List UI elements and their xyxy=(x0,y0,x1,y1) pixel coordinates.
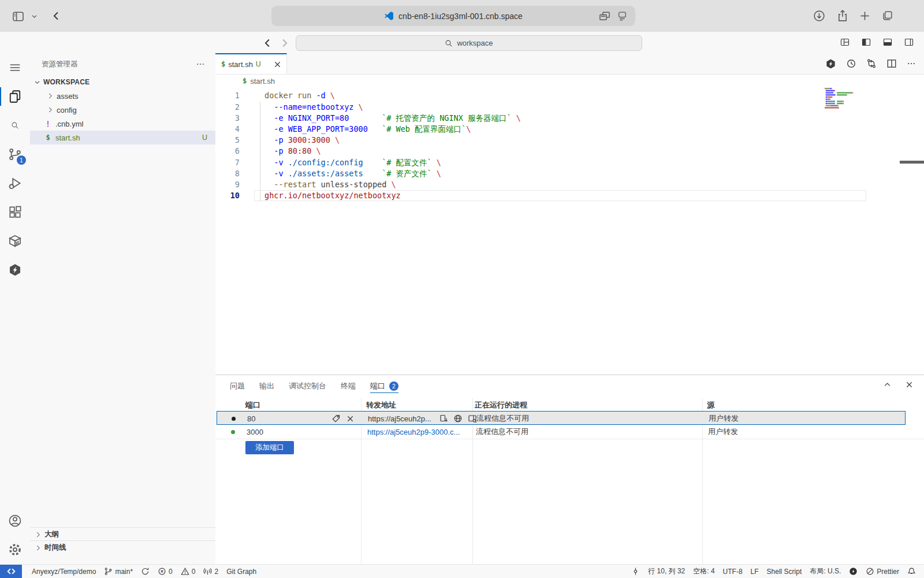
scrollbar-thumb[interactable] xyxy=(900,161,924,164)
code-text: -e WEB_APP_PORT=3000 `# Web 配置界面端口`\ xyxy=(264,124,471,135)
browser-back-icon[interactable] xyxy=(51,10,62,21)
remote-indicator[interactable] xyxy=(0,565,22,578)
cnb-run-icon[interactable] xyxy=(825,58,836,69)
forwarded-address[interactable]: https://aj5ceuh2p... xyxy=(368,412,431,425)
more-actions-icon[interactable] xyxy=(196,60,205,69)
panel-tab-输出[interactable]: 输出 xyxy=(259,375,274,397)
ports-header-cell: 端口 xyxy=(245,398,260,412)
status-item-anyexyz-temp-demo[interactable]: Anyexyz/Temp/demo xyxy=(32,568,96,576)
activity-bar: 1 xyxy=(0,53,31,564)
copy-address-icon[interactable] xyxy=(439,414,448,423)
reader-icon[interactable] xyxy=(617,11,627,21)
compare-changes-icon[interactable] xyxy=(866,58,877,69)
toggle-sidebar-icon[interactable] xyxy=(862,38,871,47)
status-item-0[interactable]: 0 xyxy=(158,567,173,576)
download-icon[interactable] xyxy=(813,10,825,22)
status-item-label: 2 xyxy=(214,568,218,576)
file-config[interactable]: config xyxy=(30,103,215,117)
activity-run-debug[interactable] xyxy=(0,169,30,198)
status-item-git-graph[interactable]: Git Graph xyxy=(226,568,256,576)
status-item[interactable] xyxy=(849,567,858,576)
line-number: 6 xyxy=(215,146,240,157)
status-item-0[interactable]: 0 xyxy=(181,567,196,576)
new-tab-icon[interactable] xyxy=(859,10,870,21)
activity-account[interactable] xyxy=(0,506,30,535)
forwarded-address[interactable]: https://aj5ceuh2p9-3000.c... xyxy=(367,425,460,439)
status-item-2[interactable]: 2 xyxy=(203,567,218,576)
port-status-dot xyxy=(232,412,236,425)
status-item-label: 行 10, 列 32 xyxy=(648,566,685,576)
share-icon[interactable] xyxy=(836,9,849,22)
line-number: 7 xyxy=(215,157,240,168)
toggle-secondary-sidebar-icon[interactable] xyxy=(904,38,914,47)
close-panel-icon[interactable] xyxy=(905,380,914,389)
code-text: -p 80:80 \ xyxy=(264,146,321,157)
close-tab-icon[interactable] xyxy=(273,60,282,69)
status-item-main-[interactable]: main* xyxy=(104,567,133,576)
activity-extensions[interactable] xyxy=(0,198,30,227)
activity-explorer[interactable] xyxy=(0,82,30,111)
activity-search[interactable] xyxy=(0,111,30,140)
file-assets[interactable]: assets xyxy=(30,89,215,103)
panel-tab-端口[interactable]: 端口2 xyxy=(370,375,398,397)
minimap[interactable] xyxy=(824,87,865,114)
browser-sidebar-icon[interactable] xyxy=(12,10,24,23)
status-item--10-32[interactable]: 行 10, 列 32 xyxy=(648,566,685,576)
status-item--4[interactable]: 空格: 4 xyxy=(693,566,714,576)
status-item-shell-script[interactable]: Shell Script xyxy=(767,568,802,576)
status-item-label: 0 xyxy=(192,568,196,576)
chevron-up-icon[interactable] xyxy=(883,380,892,389)
activity-settings-gear[interactable] xyxy=(0,535,30,564)
nav-back-icon[interactable] xyxy=(262,38,273,49)
nav-forward-icon[interactable] xyxy=(279,38,290,49)
port-row-actions xyxy=(331,414,355,423)
status-item[interactable] xyxy=(141,567,150,576)
open-preview-icon[interactable] xyxy=(468,414,477,423)
activity-cnb[interactable] xyxy=(0,255,30,284)
panel-tab-问题[interactable]: 问题 xyxy=(230,375,245,397)
tab-overview-icon[interactable] xyxy=(882,10,893,21)
history-icon[interactable] xyxy=(846,58,856,69)
sidebar-section-outline[interactable]: 大纲 xyxy=(30,527,215,541)
file-.cnb.yml[interactable]: .cnb.yml xyxy=(30,117,215,131)
line-number: 10 xyxy=(215,190,240,201)
tab-start-sh[interactable]: $ start.sh U xyxy=(215,53,287,74)
status-item-label: Shell Script xyxy=(767,568,802,576)
panel-tab-调试控制台[interactable]: 调试控制台 xyxy=(289,375,326,397)
tree-root-workspace[interactable]: WORKSPACE xyxy=(30,75,215,89)
add-port-button[interactable]: 添加端口 xyxy=(245,441,294,454)
more-actions-icon[interactable] xyxy=(907,59,916,68)
port-status-dot xyxy=(231,425,235,439)
windows-icon[interactable] xyxy=(599,10,610,22)
status-item-utf-8[interactable]: UTF-8 xyxy=(723,568,743,576)
line-number: 3 xyxy=(215,113,240,124)
activity-menu[interactable] xyxy=(0,53,30,82)
command-center[interactable]: workspace xyxy=(296,35,642,51)
code-editor[interactable]: 1docker run -d \2 --name=netbootxyz \3 -… xyxy=(215,88,924,375)
port-row-3000[interactable]: 3000https://aj5ceuh2p9-3000.c...流程信息不可用用… xyxy=(217,425,906,439)
status-item--u-s-[interactable]: 布局: U.S. xyxy=(810,566,841,576)
breadcrumb[interactable]: $ start.sh xyxy=(215,74,924,88)
customize-layout-icon[interactable] xyxy=(840,38,850,47)
close-port-icon[interactable] xyxy=(346,414,355,423)
tag-icon[interactable] xyxy=(331,414,341,423)
code-line: 5 -p 3000:3000 \ xyxy=(215,135,924,146)
address-bar[interactable]: cnb-en8-1iu2sg3ml-001.cnb.space xyxy=(271,6,635,26)
port-row-80[interactable]: 80https://aj5ceuh2p...流程信息不可用用户转发 xyxy=(217,411,906,425)
activity-container[interactable] xyxy=(0,227,30,255)
bell-icon xyxy=(907,567,916,576)
file-start.sh[interactable]: $start.shU xyxy=(30,131,215,144)
activity-source-control[interactable]: 1 xyxy=(0,140,30,169)
panel-tab-终端[interactable]: 终端 xyxy=(341,375,356,397)
status-item-lf[interactable]: LF xyxy=(751,568,759,576)
globe-icon[interactable] xyxy=(453,414,463,423)
toggle-panel-icon[interactable] xyxy=(883,38,892,47)
status-item-label: Git Graph xyxy=(226,568,256,576)
chevron-down-icon[interactable] xyxy=(31,13,38,20)
split-editor-icon[interactable] xyxy=(886,58,897,69)
sidebar-section-timeline[interactable]: 时间线 xyxy=(30,540,215,554)
status-item[interactable] xyxy=(631,567,640,576)
status-item-prettier[interactable]: Prettier xyxy=(866,567,899,576)
status-item[interactable] xyxy=(907,567,916,576)
line-number: 9 xyxy=(215,179,240,190)
